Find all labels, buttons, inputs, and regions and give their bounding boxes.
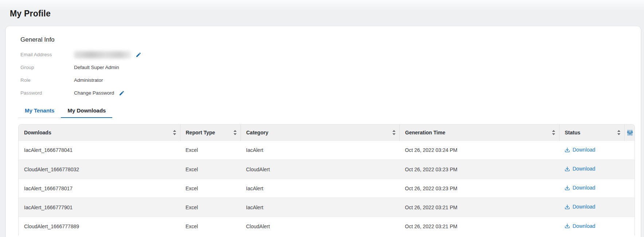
general-info-heading: General Info <box>18 26 635 43</box>
cell-category: CloudAlert <box>241 217 399 236</box>
cell-downloads: CloudAlert_1666777889 <box>19 217 180 236</box>
column-filter-icon <box>627 130 633 136</box>
email-address-label: Email Address <box>20 52 74 57</box>
cell-category: IacAlert <box>241 179 399 198</box>
role-value: Administrator <box>74 77 103 83</box>
field-row-group: Group Default Super Admin <box>20 61 635 74</box>
sort-icon[interactable] <box>233 130 237 135</box>
cell-report-type: Excel <box>180 141 241 160</box>
email-address-redacted-value <box>74 51 131 58</box>
table-row: CloudAlert_1666777889 Excel CloudAlert O… <box>19 217 635 236</box>
cell-downloads: IacAlert_1666778041 <box>19 141 180 160</box>
profile-card: General Info Email Address Group Default… <box>6 26 641 237</box>
general-info-fields: Email Address Group Default Super Admin … <box>20 48 635 99</box>
column-header-downloads[interactable]: Downloads <box>19 130 180 135</box>
column-label: Category <box>246 130 269 135</box>
cell-generation-time: Oct 26, 2022 03:21 PM <box>399 217 559 236</box>
sort-icon[interactable] <box>552 130 555 135</box>
table-row: CloudAlert_1666778032 Excel CloudAlert O… <box>19 160 635 179</box>
download-icon <box>565 223 570 229</box>
change-password-button[interactable] <box>118 90 125 96</box>
cell-category: CloudAlert <box>241 160 399 179</box>
column-header-report-type[interactable]: Report Type <box>180 130 241 135</box>
cell-report-type: Excel <box>180 179 241 198</box>
cell-report-type: Excel <box>180 160 241 179</box>
download-label: Download <box>573 223 595 229</box>
sort-icon[interactable] <box>173 130 176 135</box>
cell-downloads: IacAlert_1666778017 <box>19 179 180 198</box>
table-row: IacAlert_1666777901 Excel IacAlert Oct 2… <box>19 198 635 217</box>
tab-my-downloads[interactable]: My Downloads <box>61 104 112 118</box>
tab-bar: My Tenants My Downloads <box>18 104 112 118</box>
pencil-icon <box>136 52 141 58</box>
column-header-status[interactable]: Status <box>559 130 624 135</box>
download-icon <box>565 166 570 172</box>
group-value: Default Super Admin <box>74 65 119 70</box>
group-label: Group <box>20 65 74 70</box>
cell-generation-time: Oct 26, 2022 03:21 PM <box>399 198 559 217</box>
table-row: IacAlert_1666778017 Excel IacAlert Oct 2… <box>19 179 635 198</box>
download-icon <box>565 185 570 191</box>
column-label: Status <box>565 130 581 135</box>
download-link[interactable]: Download <box>565 185 595 191</box>
column-header-category[interactable]: Category <box>241 130 399 135</box>
cell-generation-time: Oct 26, 2022 03:23 PM <box>399 160 559 179</box>
downloads-table: Downloads Report Type Category Generatio… <box>18 124 635 236</box>
cell-report-type: Excel <box>180 217 241 236</box>
cell-downloads: IacAlert_1666777901 <box>19 198 180 217</box>
change-password-text: Change Password <box>74 90 114 96</box>
download-icon <box>565 147 570 153</box>
page-title: My Profile <box>0 0 644 19</box>
column-label: Report Type <box>186 130 215 135</box>
download-link[interactable]: Download <box>565 204 595 210</box>
download-label: Download <box>573 147 595 153</box>
field-row-email: Email Address <box>20 48 635 61</box>
download-label: Download <box>573 204 595 210</box>
cell-generation-time: Oct 26, 2022 03:23 PM <box>399 179 559 198</box>
cell-category: IacAlert <box>241 198 399 217</box>
download-link[interactable]: Download <box>565 223 595 229</box>
password-label: Password <box>20 90 74 96</box>
role-label: Role <box>20 77 74 83</box>
cell-category: IacAlert <box>241 141 399 160</box>
column-label: Downloads <box>24 130 51 135</box>
column-settings-button[interactable] <box>625 130 635 136</box>
tab-my-tenants[interactable]: My Tenants <box>18 104 61 118</box>
table-row: IacAlert_1666778041 Excel IacAlert Oct 2… <box>19 141 635 160</box>
cell-downloads: CloudAlert_1666778032 <box>19 160 180 179</box>
download-link[interactable]: Download <box>565 147 595 153</box>
download-icon <box>565 204 570 210</box>
sort-icon[interactable] <box>392 130 396 135</box>
column-label: Generation Time <box>405 130 445 135</box>
download-label: Download <box>573 166 595 172</box>
cell-report-type: Excel <box>180 198 241 217</box>
field-row-role: Role Administrator <box>20 74 635 87</box>
table-header-row: Downloads Report Type Category Generatio… <box>19 125 635 141</box>
column-header-generation-time[interactable]: Generation Time <box>400 130 559 135</box>
cell-generation-time: Oct 26, 2022 03:24 PM <box>399 141 559 160</box>
field-row-password: Password Change Password <box>20 87 635 99</box>
edit-email-button[interactable] <box>135 51 142 58</box>
sort-icon[interactable] <box>617 130 621 135</box>
pencil-icon <box>119 90 125 96</box>
download-link[interactable]: Download <box>565 166 595 172</box>
download-label: Download <box>573 185 595 191</box>
